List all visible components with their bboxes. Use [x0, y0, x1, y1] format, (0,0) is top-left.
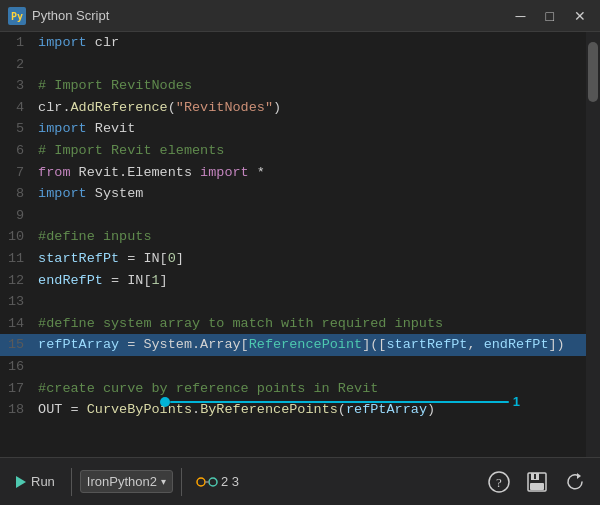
- code-table: 1 import clr 2 3 # Import RevitNodes 4 c…: [0, 32, 600, 421]
- scrollbar-track[interactable]: [586, 32, 600, 457]
- line-code: refPtArray = System.Array[ReferencePoint…: [34, 334, 600, 356]
- title-bar: Py Python Script ─ □ ✕: [0, 0, 600, 32]
- line-number: 17: [0, 378, 34, 400]
- engine-selector[interactable]: IronPython2 ▾: [80, 470, 173, 493]
- line-number: 7: [0, 162, 34, 184]
- bottom-toolbar: Run IronPython2 ▾ 2 3 ?: [0, 457, 600, 505]
- table-row: 14 #define system array to match with re…: [0, 313, 600, 335]
- line-number: 9: [0, 205, 34, 227]
- line-number: 16: [0, 356, 34, 378]
- toolbar-divider: [71, 468, 72, 496]
- node-count-label: 2 3: [221, 474, 239, 489]
- line-number: 2: [0, 54, 34, 76]
- line-number: 12: [0, 270, 34, 292]
- toolbar-divider-2: [181, 468, 182, 496]
- line-code: import System: [34, 183, 600, 205]
- line-code: # Import RevitNodes: [34, 75, 600, 97]
- line-code: import Revit: [34, 118, 600, 140]
- scrollbar-thumb[interactable]: [588, 42, 598, 102]
- line-number: 15: [0, 334, 34, 356]
- code-editor[interactable]: 1 import clr 2 3 # Import RevitNodes 4 c…: [0, 32, 600, 457]
- line-number: 3: [0, 75, 34, 97]
- line-code: endRefPt = IN[1]: [34, 270, 600, 292]
- run-triangle-icon: [16, 476, 26, 488]
- line-code: startRefPt = IN[0]: [34, 248, 600, 270]
- reset-button[interactable]: [558, 467, 592, 497]
- table-row: 13: [0, 291, 600, 313]
- line-number: 6: [0, 140, 34, 162]
- svg-rect-9: [530, 483, 544, 490]
- table-row: 2: [0, 54, 600, 76]
- chevron-down-icon: ▾: [161, 476, 166, 487]
- table-row: 5 import Revit: [0, 118, 600, 140]
- engine-label: IronPython2: [87, 474, 157, 489]
- node-count[interactable]: 2 3: [190, 467, 245, 497]
- table-row: 16: [0, 356, 600, 378]
- line-code: # Import Revit elements: [34, 140, 600, 162]
- line-number: 11: [0, 248, 34, 270]
- table-row: 1 import clr: [0, 32, 600, 54]
- table-row: 12 endRefPt = IN[1]: [0, 270, 600, 292]
- line-number: 8: [0, 183, 34, 205]
- help-button[interactable]: ?: [482, 467, 516, 497]
- line-number: 18: [0, 399, 34, 421]
- table-row-highlighted: 15 refPtArray = System.Array[ReferencePo…: [0, 334, 600, 356]
- run-label: Run: [31, 474, 55, 489]
- line-code: #define inputs: [34, 226, 600, 248]
- line-number: 10: [0, 226, 34, 248]
- reset-icon: [564, 471, 586, 493]
- annotation-line: [170, 401, 509, 403]
- svg-rect-10: [534, 474, 536, 479]
- line-code: [34, 291, 600, 313]
- svg-marker-11: [577, 473, 581, 479]
- table-row: 8 import System: [0, 183, 600, 205]
- app-icon: Py: [8, 7, 26, 25]
- node-graph-icon: [196, 471, 218, 493]
- table-row: 11 startRefPt = IN[0]: [0, 248, 600, 270]
- line-code: from Revit.Elements import *: [34, 162, 600, 184]
- line-code: [34, 205, 600, 227]
- close-button[interactable]: ✕: [568, 7, 592, 25]
- line-annotation: 1: [160, 394, 520, 409]
- svg-point-3: [209, 478, 217, 486]
- maximize-button[interactable]: □: [540, 7, 560, 25]
- save-button[interactable]: [520, 467, 554, 497]
- line-code: [34, 356, 600, 378]
- svg-text:?: ?: [496, 475, 502, 490]
- run-button[interactable]: Run: [8, 470, 63, 493]
- line-number: 5: [0, 118, 34, 140]
- table-row: 3 # Import RevitNodes: [0, 75, 600, 97]
- window-title: Python Script: [32, 8, 510, 23]
- svg-point-2: [197, 478, 205, 486]
- line-code: #define system array to match with requi…: [34, 313, 600, 335]
- svg-text:Py: Py: [11, 11, 23, 22]
- table-row: 9: [0, 205, 600, 227]
- help-icon: ?: [488, 471, 510, 493]
- table-row: 4 clr.AddReference("RevitNodes"): [0, 97, 600, 119]
- minimize-button[interactable]: ─: [510, 7, 532, 25]
- annotation-dot: [160, 397, 170, 407]
- line-number: 13: [0, 291, 34, 313]
- line-number: 1: [0, 32, 34, 54]
- line-code: import clr: [34, 32, 600, 54]
- line-number: 4: [0, 97, 34, 119]
- table-row: 7 from Revit.Elements import *: [0, 162, 600, 184]
- window-controls: ─ □ ✕: [510, 7, 592, 25]
- line-code: clr.AddReference("RevitNodes"): [34, 97, 600, 119]
- line-number: 14: [0, 313, 34, 335]
- table-row: 6 # Import Revit elements: [0, 140, 600, 162]
- save-icon: [526, 471, 548, 493]
- table-row: 10 #define inputs: [0, 226, 600, 248]
- annotation-number: 1: [513, 394, 520, 409]
- line-code: [34, 54, 600, 76]
